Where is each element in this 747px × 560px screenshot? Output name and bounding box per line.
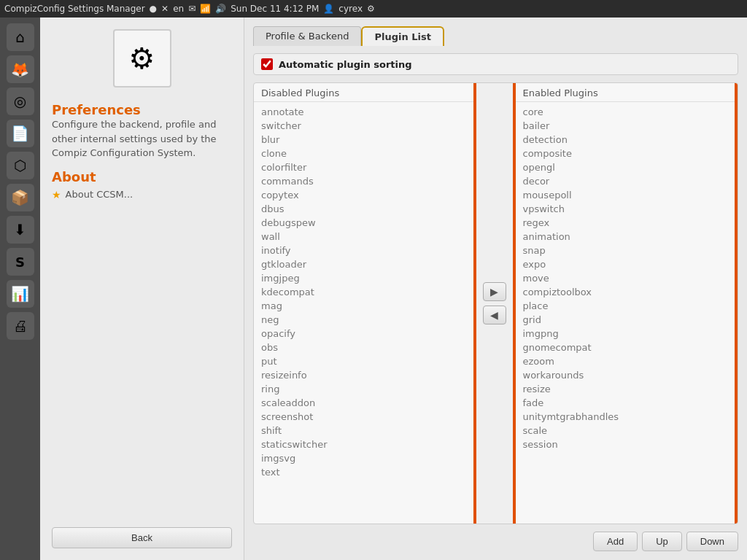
list-item[interactable]: neg — [254, 313, 473, 327]
list-item[interactable]: scaleaddon — [254, 396, 473, 410]
list-item[interactable]: decor — [516, 174, 735, 188]
enabled-plugins-header: Enabled Plugins — [516, 83, 735, 102]
list-item[interactable]: imgsvg — [254, 451, 473, 465]
list-item[interactable]: put — [254, 354, 473, 368]
plugins-area: Disabled Plugins annotate switcher blur … — [253, 82, 738, 524]
list-item[interactable]: scale — [516, 424, 735, 438]
list-item[interactable]: colorfilter — [254, 160, 473, 174]
sidebar-item-download[interactable]: ⬇ — [7, 216, 34, 244]
indicator-icon: ● — [150, 4, 157, 14]
list-item[interactable]: fade — [516, 396, 735, 410]
list-item[interactable]: compiztoolbox — [516, 285, 735, 299]
system-tray: ● ✕ en ✉ 📶 🔊 Sun Dec 11 4:12 PM 👤 cyrex … — [150, 4, 375, 14]
about-title: About — [52, 169, 232, 184]
list-item[interactable]: imgpng — [516, 327, 735, 341]
list-item[interactable]: snap — [516, 244, 735, 257]
bottom-buttons: Add Up Down — [253, 532, 738, 551]
move-left-button[interactable]: ◀ — [483, 306, 506, 324]
add-button[interactable]: Add — [593, 532, 638, 551]
list-item[interactable]: expo — [516, 257, 735, 271]
sidebar-item-box[interactable]: 📦 — [7, 184, 34, 211]
arrows-column: ▶ ◀ — [476, 83, 513, 524]
preferences-title: Preferences — [52, 102, 232, 117]
list-item[interactable]: commands — [254, 174, 473, 188]
user-icon: 👤 — [323, 4, 334, 14]
tab-plugin-list[interactable]: Plugin List — [361, 26, 444, 46]
list-item[interactable]: opacify — [254, 327, 473, 341]
list-item[interactable]: copytex — [254, 188, 473, 202]
down-button[interactable]: Down — [686, 532, 738, 551]
sidebar-item-sketch[interactable]: ⬡ — [7, 152, 34, 179]
list-item[interactable]: switcher — [254, 119, 473, 133]
list-item[interactable]: annotate — [254, 105, 473, 119]
list-item[interactable]: composite — [516, 147, 735, 160]
list-item[interactable]: resize — [516, 382, 735, 396]
clock: Sun Dec 11 4:12 PM — [231, 4, 319, 14]
automatic-sorting-checkbox[interactable] — [261, 58, 273, 70]
list-item[interactable]: gtkloader — [254, 257, 473, 271]
list-item[interactable]: staticswitcher — [254, 438, 473, 451]
keyboard-indicator: en — [173, 4, 184, 14]
left-panel: ⚙ Preferences Configure the backend, pro… — [40, 18, 244, 560]
list-item[interactable]: detection — [516, 133, 735, 147]
sidebar-item-files[interactable]: 📄 — [7, 120, 34, 147]
list-item[interactable]: animation — [516, 230, 735, 244]
list-item[interactable]: clone — [254, 147, 473, 160]
back-button-area: Back — [52, 521, 232, 548]
enabled-plugins-list[interactable]: core bailer detection composite opengl d… — [516, 102, 735, 524]
enabled-plugins-column: Enabled Plugins core bailer detection co… — [516, 83, 735, 524]
list-item[interactable]: grid — [516, 313, 735, 327]
disabled-plugins-header: Disabled Plugins — [254, 83, 473, 102]
move-right-button[interactable]: ▶ — [483, 282, 506, 301]
about-section: About ★ About CCSM... — [52, 169, 232, 201]
right-panel: Profile & Backend Plugin List Automatic … — [244, 18, 747, 560]
sidebar-item-monitor[interactable]: 📊 — [7, 280, 34, 308]
list-item[interactable]: screenshot — [254, 410, 473, 424]
list-item[interactable]: imgjpeg — [254, 271, 473, 285]
wifi-icon: 📶 — [200, 4, 211, 14]
list-item[interactable]: unitymtgrabhandles — [516, 410, 735, 424]
list-item[interactable]: mousepoll — [516, 188, 735, 202]
disabled-plugins-list[interactable]: annotate switcher blur clone colorfilter… — [254, 102, 473, 524]
right-separator — [735, 83, 738, 524]
list-item[interactable]: regex — [516, 216, 735, 230]
sidebar-item-printer[interactable]: 🖨 — [7, 312, 34, 340]
list-item[interactable]: blur — [254, 133, 473, 147]
sidebar-item-firefox[interactable]: 🦊 — [7, 55, 34, 83]
sidebar-item-home[interactable]: ⌂ — [7, 23, 34, 51]
list-item[interactable]: gnomecompat — [516, 341, 735, 354]
tab-profile-backend[interactable]: Profile & Backend — [253, 26, 361, 46]
automatic-sorting-label[interactable]: Automatic plugin sorting — [279, 59, 412, 70]
list-item[interactable]: resizeinfo — [254, 368, 473, 382]
back-button[interactable]: Back — [52, 527, 232, 548]
list-item[interactable]: text — [254, 465, 473, 479]
list-item[interactable]: kdecompat — [254, 285, 473, 299]
list-item[interactable]: wall — [254, 230, 473, 244]
sidebar-item-chrome[interactable]: ◎ — [7, 88, 34, 115]
list-item[interactable]: debugspew — [254, 216, 473, 230]
list-item[interactable]: mag — [254, 299, 473, 313]
list-item[interactable]: dbus — [254, 202, 473, 216]
list-item[interactable]: place — [516, 299, 735, 313]
up-button[interactable]: Up — [642, 532, 682, 551]
sidebar-item-skype[interactable]: S — [7, 248, 34, 276]
list-item[interactable]: session — [516, 438, 735, 451]
list-item[interactable]: bailer — [516, 119, 735, 133]
about-ccsm-link[interactable]: About CCSM... — [66, 189, 133, 200]
list-item[interactable]: shift — [254, 424, 473, 438]
tabs-bar: Profile & Backend Plugin List — [253, 26, 738, 46]
list-item[interactable]: ezoom — [516, 354, 735, 368]
list-item[interactable]: opengl — [516, 160, 735, 174]
list-item[interactable]: move — [516, 271, 735, 285]
list-item[interactable]: ring — [254, 382, 473, 396]
list-item[interactable]: obs — [254, 341, 473, 354]
list-item[interactable]: workarounds — [516, 368, 735, 382]
list-item[interactable]: core — [516, 105, 735, 119]
settings-icon[interactable]: ⚙ — [367, 4, 375, 14]
list-item[interactable]: vpswitch — [516, 202, 735, 216]
user-name: cyrex — [338, 4, 363, 14]
preferences-desc: Configure the backend, profile and other… — [52, 117, 232, 160]
list-item[interactable]: inotify — [254, 244, 473, 257]
taskbar: CompizConfig Settings Manager ● ✕ en ✉ 📶… — [0, 0, 747, 18]
preferences-icon: ⚙ — [113, 29, 171, 88]
